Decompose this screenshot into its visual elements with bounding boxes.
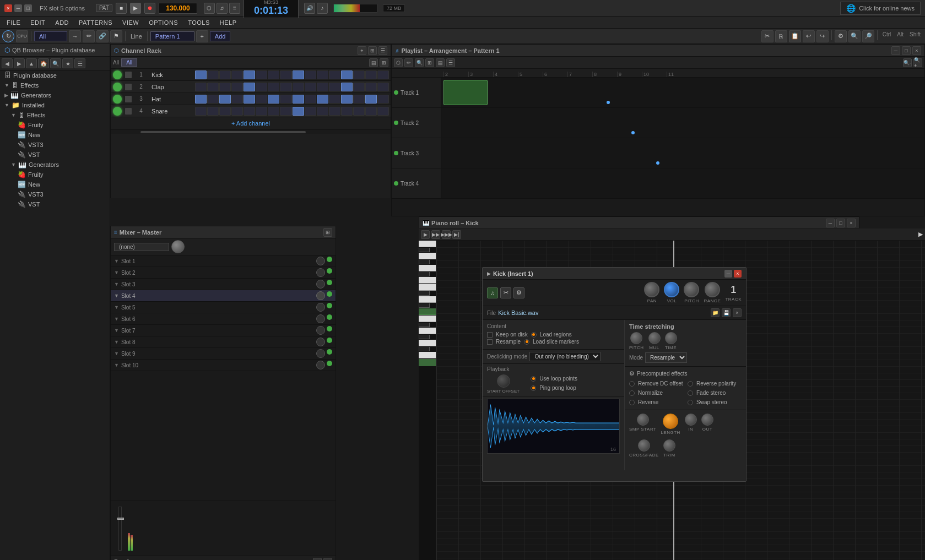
kick-pad-6[interactable] (256, 70, 267, 79)
key-c5[interactable] (419, 308, 436, 315)
snare-pad-16[interactable] (377, 107, 389, 116)
slot-9-led[interactable] (327, 349, 332, 355)
clap-pad-12[interactable] (329, 83, 340, 91)
eq-toggle[interactable]: ⊞ (313, 558, 322, 561)
tb-arrow-right[interactable]: → (69, 30, 81, 42)
vol-knob[interactable] (664, 282, 679, 297)
pr-close-btn[interactable]: × (847, 219, 856, 227)
tb-pattern-add[interactable]: + (196, 30, 208, 42)
snare-pad-10[interactable] (305, 107, 316, 116)
nav-up[interactable]: ▲ (26, 58, 37, 68)
snare-pad-14[interactable] (353, 107, 365, 116)
start-offset-knob[interactable] (497, 374, 510, 388)
menu-add[interactable]: ADD (51, 18, 73, 27)
pl-track-4-content[interactable] (441, 168, 924, 198)
mx-toggle-btn[interactable]: ⊞ (323, 228, 332, 237)
clap-pad-13[interactable] (341, 83, 353, 91)
key-f5[interactable] (419, 277, 436, 284)
pl-close-btn[interactable]: × (912, 46, 921, 55)
range-knob[interactable] (705, 282, 720, 297)
kick-pad-12[interactable] (329, 70, 340, 79)
song-btn[interactable]: ♬ (217, 3, 228, 14)
tree-installed-effects[interactable]: ▼ 🎛 Effects (0, 110, 110, 120)
key-d5[interactable] (419, 296, 436, 303)
pr-max-btn[interactable]: □ (836, 219, 845, 227)
kick-pad-5[interactable] (244, 70, 255, 79)
pr-tb-4[interactable]: ▶| (452, 230, 461, 239)
kick-pad-10[interactable] (305, 70, 316, 79)
kick-tab-2[interactable]: ✂ (500, 287, 511, 298)
pr-scroll-arrow[interactable]: ▶ (918, 231, 923, 238)
key-a5[interactable] (419, 253, 436, 259)
play-button[interactable]: ▶ (130, 3, 141, 14)
hat-pad-12[interactable] (329, 95, 340, 104)
pr-tb-play2[interactable]: ▶▶ (431, 230, 440, 239)
crossfade-knob[interactable] (638, 439, 650, 452)
pattern-selector[interactable]: All (34, 31, 67, 41)
snare-pad-6[interactable] (256, 107, 267, 116)
kick-pad-7[interactable] (268, 70, 279, 79)
kick-tab-1[interactable]: ♫ (487, 287, 498, 298)
tb-redo[interactable]: ↪ (816, 30, 829, 42)
clap-pad-9[interactable] (293, 83, 304, 91)
kick-mute[interactable] (125, 72, 132, 78)
keep-on-disk-cb[interactable] (487, 332, 493, 338)
slot-1-knob[interactable] (316, 257, 325, 265)
tree-root[interactable]: 🗄 Plugin database (0, 70, 110, 80)
snare-led[interactable] (113, 107, 122, 116)
nav-back[interactable]: ◀ (2, 58, 13, 68)
nav-search[interactable]: 🔍 (50, 58, 61, 68)
ts-mul-knob[interactable] (648, 332, 661, 344)
pl-track-3-content[interactable] (441, 138, 924, 168)
hat-pad-4[interactable] (231, 95, 243, 104)
clap-led[interactable] (113, 83, 122, 91)
snare-pad-11[interactable] (317, 107, 328, 116)
hat-pad-8[interactable] (280, 95, 291, 104)
pl-clip-1[interactable] (443, 80, 488, 105)
load-regions-radio[interactable] (531, 332, 537, 338)
use-loop-radio[interactable] (531, 376, 536, 382)
trim-knob[interactable] (663, 439, 675, 452)
tree-vst-2[interactable]: 🔌 VST (0, 199, 110, 209)
slot-2-led[interactable] (327, 268, 332, 274)
slot-9-knob[interactable] (316, 349, 325, 358)
hat-pad-15[interactable] (365, 95, 377, 104)
tree-new-2[interactable]: 🆕 New (0, 180, 110, 189)
kick-pad-14[interactable] (353, 70, 365, 79)
key-b5[interactable] (419, 248, 430, 252)
slot-1-led[interactable] (327, 257, 332, 262)
menu-tools[interactable]: TOOLS (183, 18, 214, 27)
menu-options[interactable]: OPTIONS (144, 18, 182, 27)
key-g5[interactable] (419, 265, 436, 271)
snare-pad-8[interactable] (280, 107, 291, 116)
slot-8-led[interactable] (327, 338, 332, 343)
key-g4[interactable] (419, 340, 436, 346)
track-1-led[interactable] (394, 90, 398, 95)
hat-pad-3[interactable] (219, 95, 231, 104)
menu-patterns[interactable]: PATTERNS (74, 18, 117, 27)
clap-pad-15[interactable] (365, 83, 377, 91)
hat-pad-14[interactable] (353, 95, 365, 104)
clap-pad-3[interactable] (219, 83, 231, 91)
hat-pad-2[interactable] (207, 95, 219, 104)
clap-pad-7[interactable] (268, 83, 279, 91)
pl-tb-2[interactable]: ✏ (404, 58, 413, 67)
slot-7-knob[interactable] (316, 326, 325, 335)
record-button[interactable]: ⏺ (144, 3, 155, 14)
filter-all[interactable]: All (121, 58, 137, 67)
clap-pad-2[interactable] (207, 83, 219, 91)
clap-pad-16[interactable] (377, 83, 389, 91)
clap-pad-10[interactable] (305, 83, 316, 91)
key-c4[interactable] (419, 359, 436, 366)
pitch-indicator[interactable]: ♪ (317, 3, 328, 14)
smp-start-knob[interactable] (637, 414, 649, 426)
eq-resize[interactable]: ↔ (323, 558, 332, 561)
slot-10-led[interactable] (327, 361, 332, 366)
snare-pad-2[interactable] (207, 107, 219, 116)
pl-tb-4[interactable]: ⊞ (425, 58, 434, 67)
kick-pad-4[interactable] (231, 70, 243, 79)
snare-mute[interactable] (125, 108, 132, 115)
mixer-master-knob[interactable] (171, 240, 185, 253)
slot-6-led[interactable] (327, 314, 332, 320)
mixer-btn[interactable]: ≡ (229, 3, 240, 14)
